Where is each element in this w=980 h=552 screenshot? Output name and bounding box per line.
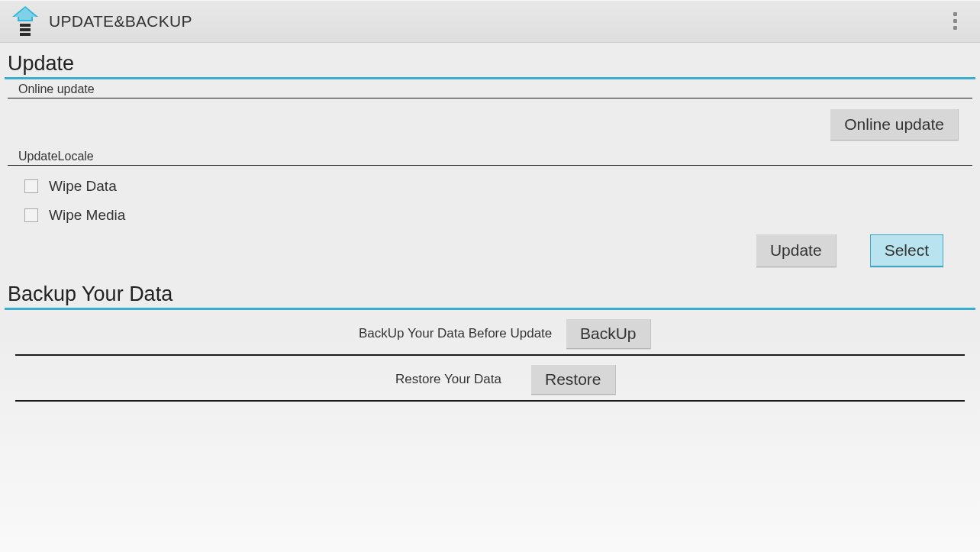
online-update-subhead: Online update: [8, 79, 972, 98]
restore-button[interactable]: Restore: [531, 365, 616, 395]
wipe-data-row: Wipe Data: [5, 166, 975, 201]
content: Update Online update Online update Updat…: [0, 43, 980, 402]
backup-button[interactable]: BackUp: [566, 319, 651, 349]
overflow-menu-button[interactable]: [937, 3, 974, 40]
svg-rect-2: [20, 24, 31, 27]
restore-row: Restore Your Data Restore: [15, 359, 965, 402]
wipe-media-row: Wipe Media: [5, 201, 975, 230]
svg-rect-4: [20, 33, 31, 36]
backup-row: BackUp Your Data Before Update BackUp: [15, 313, 965, 356]
backup-before-label: BackUp Your Data Before Update: [359, 326, 552, 341]
restore-label: Restore Your Data: [395, 372, 501, 387]
action-bar: UPDATE&BACKUP: [0, 0, 980, 43]
wipe-media-label: Wipe Media: [49, 207, 125, 224]
wipe-data-checkbox[interactable]: [24, 179, 38, 193]
wipe-media-checkbox[interactable]: [24, 208, 38, 222]
select-button[interactable]: Select: [870, 234, 943, 267]
wipe-data-label: Wipe Data: [49, 178, 117, 195]
app-icon: [11, 6, 40, 37]
online-update-button[interactable]: Online update: [830, 109, 959, 140]
svg-rect-3: [20, 28, 31, 31]
update-locale-subhead: UpdateLocale: [8, 147, 972, 166]
update-section-title: Update: [5, 47, 975, 79]
update-button[interactable]: Update: [756, 234, 837, 267]
overflow-icon: [953, 12, 958, 30]
backup-section-title: Backup Your Data: [5, 278, 975, 310]
app-title: UPDATE&BACKUP: [49, 12, 937, 31]
